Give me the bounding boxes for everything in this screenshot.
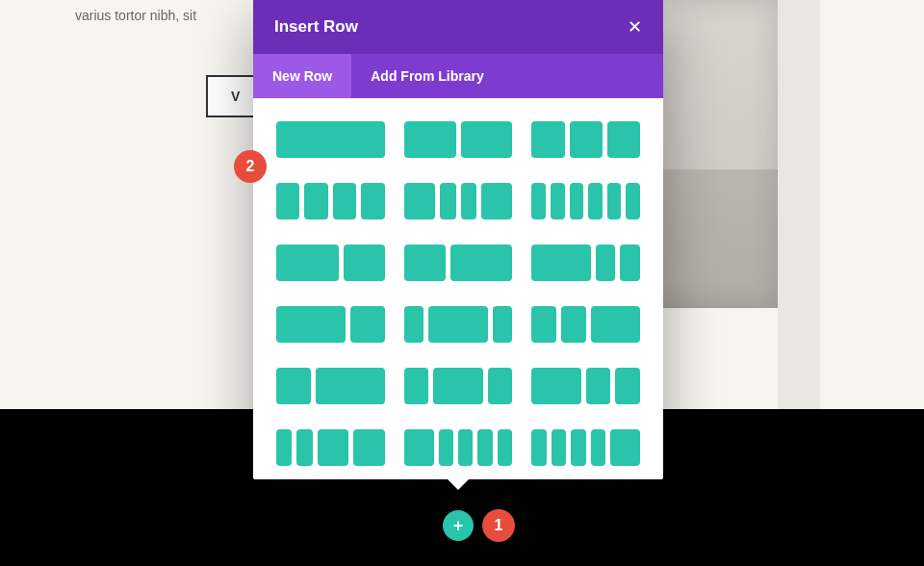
layout-column [404, 183, 436, 219]
layout-column [304, 183, 327, 219]
layout-column [404, 429, 434, 466]
layout-column [531, 429, 546, 466]
layout-column [276, 183, 299, 219]
layout-column [361, 183, 384, 219]
layout-column [433, 368, 482, 404]
layout-column [531, 368, 580, 404]
layout-option[interactable] [404, 121, 513, 158]
layout-column [531, 121, 564, 158]
layout-column [318, 429, 349, 466]
layout-column [477, 429, 492, 466]
annotation-callout-1: 1 [482, 509, 515, 542]
layout-option[interactable] [404, 429, 513, 466]
layout-option[interactable] [404, 306, 513, 343]
layout-option[interactable] [276, 368, 385, 404]
layout-column [586, 368, 611, 404]
layout-column [276, 368, 311, 404]
modal-header: Insert Row ✕ [253, 0, 663, 54]
layout-column [498, 429, 512, 466]
insert-row-modal: Insert Row ✕ New Row Add From Library [253, 0, 663, 479]
layout-option[interactable] [531, 429, 640, 466]
layout-option[interactable] [531, 244, 640, 281]
layout-column [353, 429, 385, 466]
layout-column [350, 306, 385, 343]
tab-new-row[interactable]: New Row [253, 54, 351, 98]
layout-column [607, 183, 622, 219]
layout-option[interactable] [276, 306, 385, 343]
layout-column [428, 306, 488, 343]
layout-column [344, 244, 385, 281]
layout-column [591, 429, 605, 466]
layout-column [588, 183, 603, 219]
layout-column [610, 429, 640, 466]
layout-column [296, 429, 312, 466]
layout-option[interactable] [404, 244, 513, 281]
close-icon[interactable]: ✕ [628, 16, 642, 38]
layout-column [570, 183, 584, 219]
modal-tabs: New Row Add From Library [253, 54, 663, 98]
layout-column [570, 121, 603, 158]
layout-option[interactable] [404, 183, 513, 219]
layout-column [333, 183, 356, 219]
layout-column [596, 244, 616, 281]
layout-column [481, 183, 513, 219]
add-section-button[interactable]: + [443, 510, 474, 541]
modal-title: Insert Row [274, 17, 358, 37]
layout-column [620, 244, 640, 281]
layout-column [439, 429, 453, 466]
layout-column [276, 244, 339, 281]
layout-column [461, 183, 476, 219]
layout-column [440, 183, 455, 219]
layout-column [488, 368, 513, 404]
layout-column [404, 306, 424, 343]
layout-column [571, 429, 585, 466]
layout-column [615, 368, 640, 404]
layout-column [276, 306, 346, 343]
layout-column [461, 121, 513, 158]
layout-option[interactable] [531, 183, 640, 219]
layout-column [404, 121, 456, 158]
layout-option[interactable] [531, 121, 640, 158]
layout-column [404, 244, 446, 281]
layout-column [450, 244, 513, 281]
body-text-fragment: varius tortor nibh, sit [75, 8, 196, 23]
layout-column [591, 306, 640, 343]
annotation-callout-2: 2 [234, 150, 267, 183]
layout-column [551, 183, 565, 219]
layout-option[interactable] [276, 429, 385, 466]
layout-option[interactable] [276, 183, 385, 219]
layout-column [561, 306, 586, 343]
layout-column [316, 368, 385, 404]
layout-column [458, 429, 473, 466]
layout-column [493, 306, 513, 343]
modal-pointer-arrow [447, 478, 470, 490]
layout-option[interactable] [531, 306, 640, 343]
layout-grid [253, 98, 663, 489]
layout-column [276, 429, 292, 466]
layout-column [404, 368, 429, 404]
layout-option[interactable] [531, 368, 640, 404]
layout-option[interactable] [276, 244, 385, 281]
layout-option[interactable] [276, 121, 385, 158]
tab-add-from-library[interactable]: Add From Library [351, 54, 502, 98]
layout-column [626, 183, 640, 219]
layout-column [531, 183, 546, 219]
layout-column [531, 306, 556, 343]
layout-column [607, 121, 640, 158]
layout-option[interactable] [404, 368, 513, 404]
layout-column [552, 429, 566, 466]
layout-column [276, 121, 385, 158]
layout-column [531, 244, 591, 281]
side-strip [778, 0, 820, 409]
